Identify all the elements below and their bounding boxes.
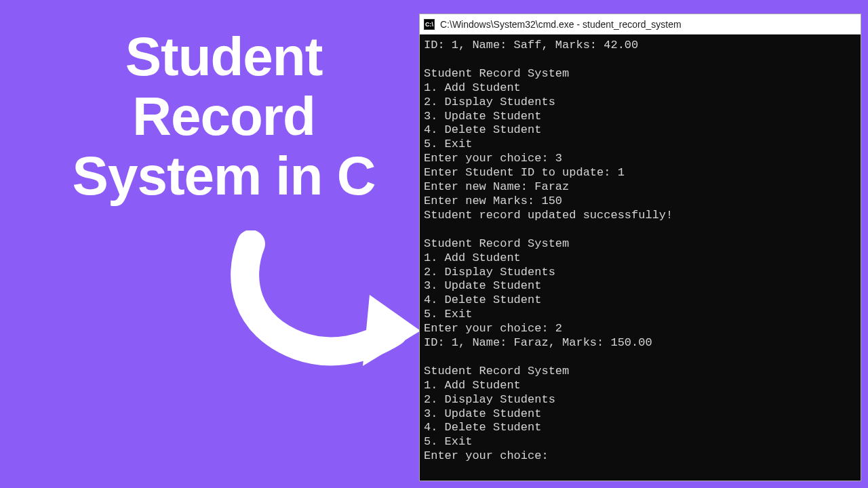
cmd-icon: C:\ bbox=[424, 19, 435, 30]
window-title: C:\Windows\System32\cmd.exe - student_re… bbox=[440, 19, 682, 30]
terminal-output[interactable]: ID: 1, Name: Saff, Marks: 42.00 Student … bbox=[420, 35, 861, 481]
page-title: Student Record System in C bbox=[61, 27, 387, 206]
window-titlebar[interactable]: C:\ C:\Windows\System32\cmd.exe - studen… bbox=[420, 14, 861, 35]
cmd-window: C:\ C:\Windows\System32\cmd.exe - studen… bbox=[419, 14, 861, 481]
arrow-icon bbox=[210, 230, 427, 380]
